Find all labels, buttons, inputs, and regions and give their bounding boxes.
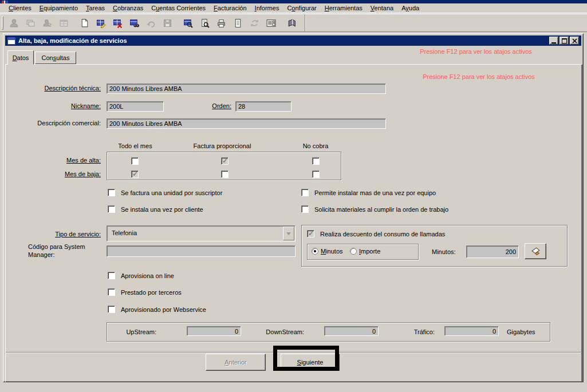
new-record-icon[interactable]: [76, 15, 93, 31]
solicita-materiales-label: Solicita materiales al cumplir la orden …: [314, 206, 448, 213]
orden-label[interactable]: Orden:: [198, 102, 231, 109]
menu-herramientas[interactable]: Herramientas: [321, 4, 367, 12]
menu-facturacion[interactable]: Facturación: [210, 4, 251, 12]
click-annotation: [273, 346, 339, 371]
menu-ayuda[interactable]: Ayuda: [397, 4, 423, 12]
realiza-descuento-checkbox[interactable]: [307, 230, 314, 237]
assign-minutos-button[interactable]: [525, 243, 546, 259]
f12-hint: Presione F12 para ver los atajos activos: [407, 48, 545, 55]
factura-unidad-checkbox[interactable]: [108, 189, 115, 196]
gigabytes-label: Gigabytes: [507, 328, 535, 335]
upstream-input[interactable]: [187, 326, 241, 336]
toolbar: [0, 14, 587, 32]
equipment-cards-icon: [22, 15, 39, 31]
minutos-radio-label[interactable]: Minutos: [321, 248, 343, 255]
aprovisionado-webservice-checkbox[interactable]: [108, 306, 115, 313]
nickname-label[interactable]: Nickname:: [9, 102, 101, 109]
descripcion-tecnica-label[interactable]: Descripción técnica:: [9, 85, 101, 92]
descripcion-comercial-input[interactable]: [107, 118, 386, 129]
menu-bar: ClientesEquipamientoTareasCobranzasCuent…: [0, 3, 587, 13]
col-factura-proporcional: Factura proporcional: [176, 142, 268, 149]
menu-clientes[interactable]: Clientes: [5, 4, 36, 12]
menu-cobranzas[interactable]: Cobranzas: [109, 4, 147, 12]
trafico-label: Tráfico:: [404, 328, 435, 335]
delete-record-icon[interactable]: [109, 15, 126, 31]
toolbar-buttons: [6, 15, 300, 31]
services-window: Alta, baja, modificación de servicios Pr…: [3, 33, 584, 382]
codigo-sm-label-line2: Manager:: [28, 251, 54, 258]
alta-todo-el-mes-checkbox[interactable]: [131, 157, 139, 165]
col-no-cobra: No cobra: [278, 142, 353, 149]
tipo-servicio-combobox[interactable]: Telefonia: [107, 225, 296, 241]
descripcion-comercial-label: Descripción comercial:: [9, 120, 101, 126]
alta-factura-proporcional-checkbox[interactable]: [221, 157, 229, 165]
clients-icon: [6, 15, 22, 31]
application-window: ClientesEquipamientoTareasCobranzasCuent…: [0, 0, 587, 392]
upstream-label: UpStream:: [121, 328, 156, 335]
nickname-input[interactable]: [107, 101, 164, 112]
maximize-button[interactable]: [560, 37, 569, 45]
menu-ventana[interactable]: Ventana: [367, 4, 397, 12]
tipo-servicio-dropdown-button: [283, 227, 294, 240]
undo-icon: [143, 15, 159, 31]
codigo-sm-label-line1: Código para System: [28, 243, 85, 250]
view-record-icon[interactable]: [180, 15, 196, 31]
minutos-radio[interactable]: [312, 248, 318, 255]
hand-card-icon: [531, 247, 541, 256]
window-titlebar: Alta, baja, modificación de servicios: [5, 35, 581, 46]
edit-record-icon[interactable]: [93, 15, 109, 31]
baja-factura-proporcional-checkbox[interactable]: [221, 171, 229, 178]
menu-tareas[interactable]: Tareas: [82, 4, 109, 12]
realiza-descuento-label: Realiza descuento del consumo de llamada…: [320, 231, 445, 237]
solicita-materiales-checkbox[interactable]: [301, 205, 309, 213]
downstream-input[interactable]: [324, 326, 379, 336]
importe-radio-label[interactable]: Importe: [359, 248, 380, 255]
toolbar-grip[interactable]: [2, 16, 3, 30]
menu-equipamiento[interactable]: Equipamiento: [36, 4, 82, 12]
minimize-icon: [551, 42, 556, 43]
baja-no-cobra-checkbox[interactable]: [312, 171, 320, 178]
aprovisiona-online-label: Aprovisiona on line: [121, 272, 174, 279]
minutos-input[interactable]: [466, 246, 519, 258]
tipo-servicio-value: Telefonia: [112, 229, 137, 236]
baja-todo-el-mes-checkbox[interactable]: [131, 171, 139, 178]
descripcion-tecnica-input[interactable]: [107, 84, 386, 94]
codigo-sm-input[interactable]: [107, 246, 296, 257]
tab-datos[interactable]: Datos: [7, 50, 34, 65]
window-icon: [7, 37, 15, 45]
toolbar-band-separator: [305, 14, 306, 31]
trafico-input[interactable]: [444, 326, 499, 336]
permite-instalar-checkbox[interactable]: [301, 189, 309, 196]
orden-input[interactable]: [235, 101, 291, 112]
find-record-icon[interactable]: [126, 15, 143, 31]
mes-de-baja-label[interactable]: Mes de baja:: [9, 171, 101, 177]
col-todo-el-mes: Todo el mes: [107, 142, 164, 149]
alta-no-cobra-checkbox[interactable]: [312, 157, 320, 165]
importe-radio[interactable]: [350, 248, 357, 255]
instala-una-vez-checkbox[interactable]: [108, 205, 115, 213]
menu-cuentas-corrientes[interactable]: Cuentas Corrientes: [147, 4, 210, 12]
f12-hint-2: Presione F12 para ver los atajos activos: [410, 73, 547, 80]
mes-de-alta-label[interactable]: Mes de alta:: [9, 157, 101, 164]
factura-unidad-label: Se factura una unidad por suscriptor: [121, 189, 222, 196]
report-icon[interactable]: [230, 15, 246, 31]
print-icon[interactable]: [213, 15, 230, 31]
refresh-icon: [246, 15, 263, 31]
help-book-icon[interactable]: [283, 15, 300, 31]
prestado-terceros-checkbox[interactable]: [108, 288, 115, 296]
minimize-button[interactable]: [549, 37, 558, 45]
permite-instalar-label: Permite instalar mas de una vez por equi…: [314, 189, 436, 196]
close-button[interactable]: [570, 37, 579, 45]
downstream-label: DownStream:: [261, 328, 304, 335]
print-preview-icon[interactable]: [196, 15, 213, 31]
menu-configurar[interactable]: Configurar: [283, 4, 320, 12]
form-window-icon[interactable]: [263, 15, 279, 31]
instala-una-vez-label: Se instala una vez por cliente: [121, 206, 203, 213]
person-select-icon: [39, 15, 56, 31]
window-title: Alta, baja, modificación de servicios: [18, 37, 549, 44]
aprovisiona-online-checkbox[interactable]: [108, 272, 115, 279]
tab-consultas[interactable]: Consultas: [35, 52, 76, 64]
anterior-button: Anterior: [206, 354, 266, 371]
menu-informes[interactable]: Informes: [251, 4, 283, 12]
tipo-servicio-label[interactable]: Tipo de servicio:: [9, 231, 101, 237]
